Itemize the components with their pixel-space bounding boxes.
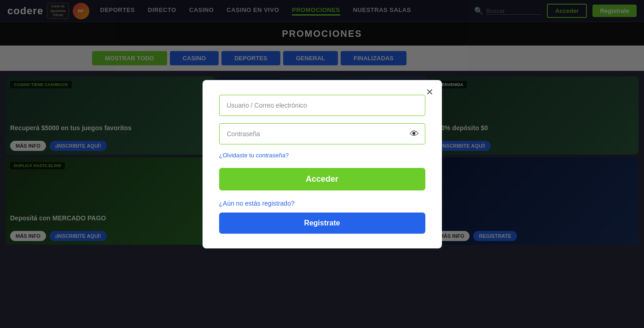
modal-overlay[interactable]: ✕ 👁 ¿Olvidaste tu contraseña? Acceder ¿A… — [0, 0, 644, 328]
modal-close-button[interactable]: ✕ — [426, 86, 434, 98]
login-modal: ✕ 👁 ¿Olvidaste tu contraseña? Acceder ¿A… — [203, 80, 442, 248]
toggle-password-icon[interactable]: 👁 — [410, 128, 419, 139]
registrate-modal-button[interactable]: Registrate — [219, 213, 425, 234]
forgot-password-link[interactable]: ¿Olvidaste tu contraseña? — [219, 152, 425, 159]
register-link[interactable]: ¿Aún no estás registrado? — [219, 200, 425, 207]
username-group — [219, 95, 425, 116]
password-input[interactable] — [219, 123, 425, 144]
password-group: 👁 — [219, 123, 425, 144]
username-input[interactable] — [219, 95, 425, 116]
acceder-submit-button[interactable]: Acceder — [219, 168, 425, 190]
